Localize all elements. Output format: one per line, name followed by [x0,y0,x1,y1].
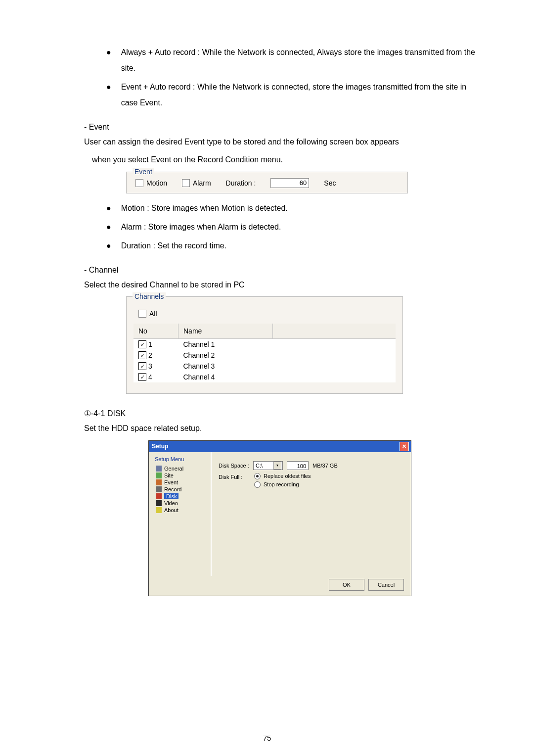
cell-name: Channel 1 [178,339,273,350]
duration-label: Duration : [226,179,256,187]
sidebar-item-label: Event [164,479,178,485]
cell-name: Channel 2 [178,350,273,361]
chevron-down-icon: ▾ [273,462,281,470]
sidebar-item-record[interactable]: Record [153,486,207,493]
dialog-title: Setup [152,443,168,450]
col-no: No [134,324,178,339]
duration-input[interactable]: 60 [270,178,309,188]
setup-sidebar: Setup Menu General Site Event Record Dis… [149,452,211,576]
drive-value: C:\ [256,463,263,469]
bullet-icon: ● [106,219,111,235]
sidebar-item-label: About [164,507,178,513]
page-number: 75 [0,734,534,742]
disk-icon [156,493,162,499]
all-checkbox[interactable]: All [138,310,157,318]
body-text: Event + Auto record : While the Network … [121,79,485,111]
checkbox-checked-icon: ✓ [138,351,146,359]
cell-no: 4 [148,373,152,381]
duration-unit: Sec [324,179,336,187]
channels-groupbox: Channels All No Name ✓1 Channel 1 ✓2 [126,296,403,394]
sidebar-item-label: Disk [164,493,178,499]
table-row[interactable]: ✓1 Channel 1 [134,339,396,350]
checkbox-label: Motion [146,179,167,187]
sidebar-item-about[interactable]: About [153,507,207,514]
alarm-checkbox[interactable]: Alarm [182,179,211,187]
sidebar-item-event[interactable]: Event [153,479,207,486]
body-text: Select the desired Channel to be stored … [84,278,485,292]
radio-stop[interactable]: Stop recording [254,481,404,488]
heading-disk: ①-4-1 DISK [84,409,485,418]
body-text: User can assign the desired Event type t… [84,135,485,149]
body-text: Motion : Store images when Motion is det… [121,200,485,216]
sidebar-item-video[interactable]: Video [153,500,207,507]
close-button[interactable]: ✕ [400,442,409,451]
heading-channel: - Channel [84,266,485,275]
about-icon [156,507,162,513]
bullet-icon: ● [106,45,111,76]
group-legend: Channels [133,292,166,300]
checkbox-icon [182,179,190,187]
disk-full-label: Disk Full : [219,474,249,480]
checkbox-label: All [149,310,157,318]
setup-dialog: Setup ✕ Setup Menu General Site Event Re… [148,440,411,596]
event-groupbox: Event Motion Alarm Duration : 60 Sec [126,172,408,193]
radio-replace[interactable]: Replace oldest files [254,473,404,479]
body-text: Set the HDD space related setup. [84,421,485,436]
cell-no: 2 [148,351,152,359]
table-row[interactable]: ✓4 Channel 4 [134,372,396,382]
channels-table: No Name ✓1 Channel 1 ✓2 Channel 2 ✓3 Cha… [134,324,396,382]
sidebar-item-disk[interactable]: Disk [153,493,207,500]
checkbox-checked-icon: ✓ [138,373,146,381]
checkbox-checked-icon: ✓ [138,340,146,348]
sidebar-item-label: Record [164,486,181,492]
checkbox-icon [138,310,146,318]
bullet-icon: ● [106,79,111,111]
cell-name: Channel 4 [178,372,273,382]
disk-panel: Disk Space : C:\ ▾ 100 MB/37 GB Disk Ful… [211,452,411,576]
body-text: Always + Auto record : While the Network… [121,45,485,76]
cell-name: Channel 3 [178,361,273,372]
body-text: Duration : Set the record time. [121,238,485,254]
motion-checkbox[interactable]: Motion [135,179,167,187]
checkbox-icon [135,179,143,187]
cell-no: 1 [148,340,152,348]
radio-icon [254,481,261,488]
record-icon [156,486,162,492]
sidebar-item-site[interactable]: Site [153,472,207,479]
sidebar-item-label: Video [164,500,178,506]
bullet-icon: ● [106,238,111,254]
cell-no: 3 [148,362,152,370]
event-icon [156,479,162,485]
video-icon [156,500,162,506]
checkbox-checked-icon: ✓ [138,362,146,370]
sidebar-item-general[interactable]: General [153,465,207,472]
table-row[interactable]: ✓3 Channel 3 [134,361,396,372]
disk-space-label: Disk Space : [219,463,249,469]
general-icon [156,466,162,472]
disk-space-input[interactable]: 100 [287,461,309,470]
sidebar-item-label: General [164,466,183,472]
body-text: Alarm : Store images when Alarm is detec… [121,219,485,235]
heading-event: - Event [84,123,485,132]
radio-label: Stop recording [264,481,299,487]
bullet-icon: ● [106,200,111,216]
drive-select[interactable]: C:\ ▾ [253,461,283,470]
col-name: Name [178,324,273,339]
group-legend: Event [133,168,154,176]
cancel-button[interactable]: Cancel [368,579,404,591]
checkbox-label: Alarm [193,179,211,187]
radio-icon [254,473,261,479]
ok-button[interactable]: OK [329,579,364,591]
sidebar-heading: Setup Menu [153,456,207,462]
table-row[interactable]: ✓2 Channel 2 [134,350,396,361]
site-icon [156,472,162,478]
body-text: when you select Event on the Record Cond… [92,152,485,167]
radio-label: Replace oldest files [264,473,311,479]
sidebar-item-label: Site [164,472,174,478]
disk-space-unit: MB/37 GB [312,463,338,469]
